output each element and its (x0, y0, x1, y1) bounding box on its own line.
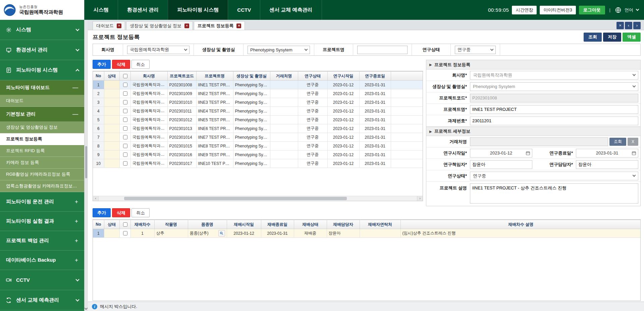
row-checkbox[interactable] (123, 83, 127, 87)
row-checkbox[interactable] (123, 161, 127, 166)
filter-project-input[interactable] (357, 46, 408, 54)
project-name-input[interactable] (470, 105, 638, 114)
scrollbar-thumb[interactable] (85, 146, 87, 178)
search-icon[interactable] (218, 230, 225, 236)
research-manager-input[interactable] (576, 160, 638, 169)
sidebar-item-16[interactable]: 데이타베이스 Backup+ (0, 251, 84, 270)
filter-chamber-select[interactable]: Phenotyping Sysytem (248, 46, 310, 54)
scroll-left-icon[interactable]: ‹ (93, 196, 99, 201)
table-row[interactable]: 1국립원예특작과학원P202301008lINE1 TEST PROJECTPh… (93, 81, 423, 89)
table-row[interactable]: 9국립원예특작과학원P202301016lINE9 TEST PROJECTPh… (93, 150, 423, 159)
row-checkbox[interactable] (123, 126, 127, 131)
sidebar-item-15[interactable]: 프로젝트 백업 관리+ (0, 231, 84, 251)
row-checkbox[interactable] (123, 109, 127, 113)
tab-close-icon[interactable]: × (117, 24, 121, 28)
sidebar-item-6[interactable]: 기본정보 관리— (0, 107, 84, 122)
company-select[interactable]: 국립원예특작과학원 (470, 71, 638, 80)
select-all-checkbox[interactable] (123, 74, 127, 78)
user-button[interactable]: 아이티컨버전3 (540, 6, 576, 14)
research-leader-input[interactable] (470, 160, 532, 169)
sidebar-item-5[interactable]: 대쉬보드 (0, 95, 84, 107)
client-clear-button[interactable]: X (628, 138, 638, 146)
extend-time-button[interactable]: 시간연장 (512, 6, 537, 14)
nav-item-3[interactable]: 피노타이핑 시스템 (168, 0, 228, 20)
hscrollbar-thumb[interactable] (124, 197, 347, 200)
chevron-down-icon[interactable] (636, 8, 639, 11)
sidebar-item-13[interactable]: 피노타이핑 운전 관리+ (0, 192, 84, 212)
scroll-right-icon[interactable]: › (417, 196, 423, 201)
table-row[interactable]: 2국립원예특작과학원P202301009lINE2 TEST PROJECTPh… (93, 89, 423, 98)
nav-item-4[interactable]: CCTV (228, 0, 260, 20)
sidebar-item-7[interactable]: 생장상 및 영상촬영실 정보 (0, 122, 84, 133)
sidebar-item-2[interactable]: 환경센서 관리 (0, 40, 84, 60)
tab-1[interactable]: 대쉬보드× (93, 21, 125, 30)
tab-close-icon[interactable]: × (184, 24, 189, 28)
save-button[interactable]: 저장 (603, 33, 621, 42)
client-input[interactable] (470, 137, 608, 146)
delete-row-button[interactable]: 삭제 (112, 208, 130, 217)
table-row[interactable]: 5국립원예특작과학원P202301012lINE5 TEST PROJECTPh… (93, 116, 423, 124)
table-row[interactable]: 11상추품종(상추)2023-01-122023-01-31재배중장윤아(임시)… (93, 229, 641, 238)
logo[interactable]: 농촌진흥청 국립원예특작과학원 (0, 0, 84, 20)
sidebar-item-4[interactable]: 피노타이핑 대쉬보드— (0, 80, 84, 95)
search-button[interactable]: 조회 (584, 33, 602, 42)
excel-button[interactable]: 엑셀 (623, 33, 641, 42)
task-number-input[interactable] (470, 117, 638, 125)
delete-row-button[interactable]: 삭제 (112, 60, 130, 69)
table-row[interactable]: 7국립원예특작과학원P202301014lINE7 TEST PROJECTPh… (93, 133, 423, 142)
add-row-button[interactable]: 추가 (93, 208, 111, 217)
sidebar-item-14[interactable]: 피노타이핑 실험 결과+ (0, 212, 84, 231)
chamber-select[interactable]: Phenotyping Sysytem (470, 82, 638, 91)
table-row[interactable]: 4국립원예특작과학원P202301011lINE4 TEST PROJECTPh… (93, 107, 423, 116)
select-all-checkbox[interactable] (123, 222, 127, 227)
project-grid-hscrollbar[interactable]: ‹ › (93, 196, 423, 201)
sidebar-item-3[interactable]: 피노타이핑 시스템 (0, 60, 84, 80)
research-status-select[interactable]: 연구중 (470, 172, 638, 180)
nav-item-2[interactable]: 환경센서 관리 (118, 0, 168, 20)
client-search-button[interactable]: 조회 (609, 138, 626, 146)
row-checkbox[interactable] (123, 91, 127, 96)
row-checkbox[interactable] (123, 144, 127, 148)
close-all-tabs-button[interactable]: × (616, 22, 624, 29)
globe-icon[interactable] (615, 7, 622, 13)
row-checkbox[interactable] (123, 152, 127, 157)
calendar-icon[interactable] (526, 151, 530, 156)
main-vertical-scrollbar[interactable] (84, 20, 88, 311)
table-row[interactable]: 8국립원예특작과학원P202301015lINE8 TEST PROJECTPh… (93, 142, 423, 150)
filter-company-select[interactable]: 국립원예특작과학원 (127, 46, 190, 54)
row-checkbox[interactable] (123, 118, 127, 122)
project-code-input[interactable] (470, 94, 638, 102)
end-date-input[interactable]: 2023-01-31 (576, 149, 638, 158)
add-row-button[interactable]: 추가 (93, 60, 111, 69)
next-tab-button[interactable]: › (633, 22, 641, 29)
nav-item-1[interactable]: 시스템 (84, 0, 118, 20)
sidebar-item-8[interactable]: 프로젝트 정보등록 (0, 133, 84, 145)
tab-close-icon[interactable]: × (236, 24, 241, 28)
cancel-button[interactable]: 취소 (131, 208, 150, 217)
sidebar-item-9[interactable]: 프로젝트 RFID 등록 (0, 145, 84, 157)
calendar-icon[interactable] (632, 151, 636, 156)
filter-status-select[interactable]: 연구중 (455, 46, 496, 54)
tab-2[interactable]: 생장상 및 영상촬영실 정보× (126, 21, 193, 30)
sidebar-item-10[interactable]: 카메라 정보 등록 (0, 157, 84, 169)
sidebar-item-11[interactable]: RGB촬영실 카메라좌표정보 등록 (0, 169, 84, 180)
sidebar-item-1[interactable]: 시스템 (0, 20, 84, 40)
language-label[interactable]: 언어 (625, 7, 633, 13)
start-date-input[interactable]: 2023-01-12 (470, 149, 532, 158)
prev-tab-button[interactable]: ‹ (625, 22, 632, 29)
nav-item-5[interactable]: 센서 교체 예측관리 (260, 0, 322, 20)
logout-button[interactable]: 로그아웃 (579, 6, 605, 14)
cancel-button[interactable]: 취소 (131, 60, 150, 69)
table-row[interactable]: 10국립원예특작과학원P202301017lINE10 TEST PROJE..… (93, 159, 423, 168)
row-checkbox[interactable] (123, 135, 127, 139)
table-row[interactable]: 3국립원예특작과학원P202301010lINE3 TEST PROJECTPh… (93, 98, 423, 107)
sidebar-item-12[interactable]: 엽록소형광촬영실 카메라좌표정보 등록 (0, 180, 84, 192)
sidebar-item-17[interactable]: CCTV (0, 270, 84, 290)
scrollbar-down-arrow-icon[interactable] (85, 307, 88, 310)
tab-3[interactable]: 프로젝트 정보등록× (194, 21, 245, 30)
row-checkbox[interactable] (123, 231, 127, 235)
project-description-textarea[interactable]: lINE1 TEST PROJECT - 상추 건조스트레스 진행 (470, 183, 638, 204)
table-row[interactable]: 6국립원예특작과학원P202301013lINE6 TEST PROJECTPh… (93, 124, 423, 133)
row-checkbox[interactable] (123, 100, 127, 104)
sidebar-item-18[interactable]: 센서 교체 예측관리 (0, 290, 84, 310)
